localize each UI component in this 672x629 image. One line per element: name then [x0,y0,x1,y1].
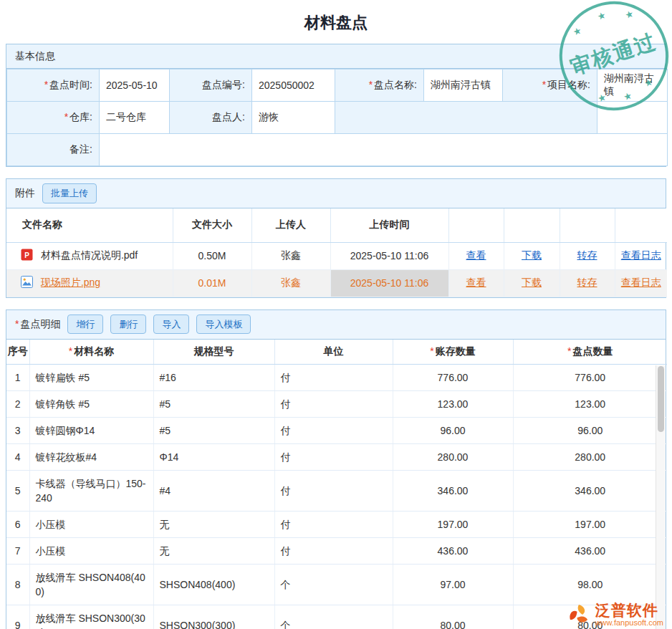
file-name-link[interactable]: 现场照片.png [41,277,100,288]
remark-label: 备注: [7,134,100,166]
row-index: 4 [6,444,29,471]
book-quantity: 97.00 [393,565,513,605]
check-no-value[interactable]: 2025050002 [252,69,335,102]
detail-row: 7 小压模 无 付 436.00 436.00 [6,538,667,565]
col-header-unit: 单位 [274,340,393,365]
attachments-header-bar: 附件 批量上传 [6,179,666,208]
row-index: 2 [6,391,29,418]
details-title: *盘点明细 [15,318,60,331]
col-header-file-size: 文件大小 [173,208,251,242]
counted-quantity: 280.00 [513,444,667,471]
warehouse-value[interactable]: 二号仓库 [100,102,170,134]
counted-quantity: 123.00 [513,391,667,418]
spec-model: 无 [153,512,274,538]
material-name: 放线滑车 SHSON300(300) [29,605,153,629]
col-header-index: 序号 [6,340,29,365]
book-quantity: 123.00 [393,391,513,418]
unit: 个 [274,605,393,629]
import-template-button[interactable]: 导入模板 [196,314,251,335]
counted-quantity: 346.00 [513,471,667,512]
spec-model: 无 [153,538,274,565]
file-upload-time: 2025-05-10 11:06 [330,242,448,269]
book-quantity: 80.00 [393,605,513,629]
download-link[interactable]: 下载 [522,249,542,261]
unit: 付 [274,444,393,471]
check-time-value[interactable]: 2025-05-10 [100,69,170,102]
remark-value[interactable] [100,134,668,166]
check-name-value[interactable]: 湖州南浔古镇 [424,69,503,102]
material-name: 小压模 [29,538,153,565]
view-log-link[interactable]: 查看日志 [621,249,661,261]
required-mark: * [44,79,48,90]
counted-quantity: 98.00 [513,565,667,605]
attachments-tbody: P 材料盘点情况说明.pdf 0.50M 张鑫 2025-05-10 11:06… [6,242,667,297]
material-name: 放线滑车 SHSON408(400) [29,565,153,605]
spec-model: #5 [153,391,274,418]
spec-model: #5 [153,418,274,444]
actions-column-header [448,208,504,242]
attachment-row: P 现场照片.png 0.01M 张鑫 2025-05-10 11:06 查看 … [6,269,667,297]
material-name: 卡线器（导线马口）150-240 [29,471,153,512]
required-mark: * [64,111,68,123]
book-quantity: 436.00 [393,538,513,565]
page-title: 材料盘点 [0,0,672,44]
unit: 付 [274,512,393,538]
details-table: 序号 *材料名称 规格型号 单位 *账存数量 *盘点数量 1 镀锌扁铁 #5 #… [6,340,667,629]
col-header-book-quantity: *账存数量 [393,340,513,365]
pdf-file-icon: P [21,249,33,263]
view-link[interactable]: 查看 [466,277,486,288]
file-uploader: 张鑫 [251,242,330,269]
empty-cell [597,102,668,134]
vertical-scrollbar[interactable] [656,365,666,629]
actions-column-header [615,208,667,242]
file-size: 0.01M [173,269,251,297]
batch-upload-button[interactable]: 批量上传 [42,183,97,203]
view-log-link[interactable]: 查看日志 [621,277,661,288]
scrollbar-thumb[interactable] [658,366,664,432]
spec-model: Φ14 [153,444,274,471]
counted-quantity: 197.00 [513,512,667,538]
attachments-table: 文件名称 文件大小 上传人 上传时间 P 材料盘点情况说明.pdf 0.50M … [6,208,667,297]
col-header-file-name: 文件名称 [6,208,173,242]
required-mark: * [567,345,571,357]
transfer-link[interactable]: 转存 [577,249,597,261]
unit: 付 [274,418,393,444]
row-index: 8 [6,565,29,605]
basic-info-section: 基本信息 *盘点时间: 2025-05-10 盘点编号: 2025050002 … [6,44,666,167]
required-mark: * [15,318,19,330]
book-quantity: 776.00 [393,365,513,391]
file-uploader: 张鑫 [251,269,330,297]
material-name: 小压模 [29,512,153,538]
add-row-button[interactable]: 增行 [67,314,103,335]
detail-row: 8 放线滑车 SHSON408(400) SHSON408(400) 个 97.… [6,565,667,605]
detail-row: 1 镀锌扁铁 #5 #16 付 776.00 776.00 [6,365,667,391]
required-mark: * [369,79,373,90]
checker-value[interactable]: 游恢 [252,102,335,134]
row-index: 5 [6,471,29,512]
unit: 付 [274,538,393,565]
col-header-material-name: *材料名称 [29,340,153,365]
delete-row-button[interactable]: 删行 [110,314,146,335]
required-mark: * [542,79,546,90]
view-link[interactable]: 查看 [466,249,486,261]
warehouse-label: *仓库: [7,102,100,134]
project-name-label: *项目名称: [503,69,597,102]
brand-name: 泛普软件 [595,602,658,618]
file-name-link[interactable]: 材料盘点情况说明.pdf [41,249,138,261]
unit: 付 [274,391,393,418]
file-upload-time: 2025-05-10 11:06 [330,269,448,297]
download-link[interactable]: 下载 [522,277,542,288]
counted-quantity: 436.00 [513,538,667,565]
transfer-link[interactable]: 转存 [577,277,597,288]
details-header-bar: *盘点明细 增行 删行 导入 导入模板 [6,310,666,340]
import-button[interactable]: 导入 [153,314,189,335]
spec-model: #16 [153,365,274,391]
basic-info-table: *盘点时间: 2025-05-10 盘点编号: 2025050002 *盘点名称… [6,69,668,166]
project-name-value[interactable]: 湖州南浔古镇 [597,69,668,102]
row-index: 7 [6,538,29,565]
material-name: 镀锌角铁 #5 [29,391,153,418]
col-header-spec-model: 规格型号 [153,340,274,365]
detail-row: 5 卡线器（导线马口）150-240 #4 付 346.00 346.00 [6,471,667,512]
counted-quantity: 96.00 [513,418,667,444]
svg-text:P: P [24,251,29,259]
